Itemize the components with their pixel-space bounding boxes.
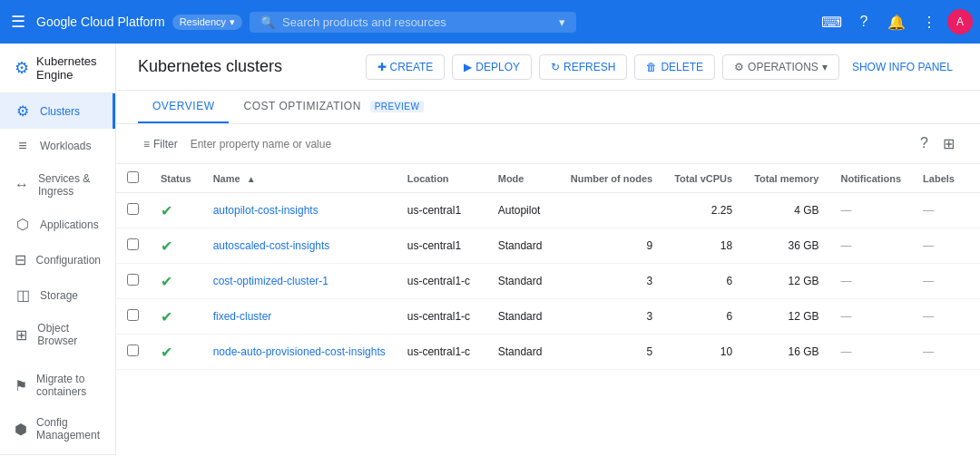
create-button[interactable]: ✚ CREATE bbox=[366, 54, 446, 80]
operations-button[interactable]: ⚙ OPERATIONS ▾ bbox=[722, 54, 839, 80]
row-status: ✔ bbox=[150, 299, 202, 335]
row-checkbox[interactable] bbox=[127, 274, 139, 286]
row-status: ✔ bbox=[150, 193, 202, 228]
avatar[interactable]: A bbox=[947, 9, 973, 34]
row-labels: — bbox=[912, 335, 966, 370]
filter-input[interactable] bbox=[191, 138, 909, 150]
row-actions[interactable]: ⋮ bbox=[966, 228, 980, 264]
row-vcpus: 6 bbox=[663, 299, 743, 335]
notifications-icon[interactable]: 🔔 bbox=[882, 7, 911, 36]
row-name[interactable]: autopilot-cost-insights bbox=[202, 193, 397, 228]
sidebar-item-storage[interactable]: ◫ Storage bbox=[0, 277, 115, 313]
sidebar-header: ⚙ Kubernetes Engine bbox=[0, 44, 115, 93]
row-labels: — bbox=[912, 299, 966, 335]
migrate-icon: ⚑ bbox=[15, 377, 27, 394]
select-all-header[interactable] bbox=[116, 164, 150, 193]
sidebar-item-label: Workloads bbox=[40, 140, 91, 152]
row-location: us-central1-c bbox=[397, 299, 487, 335]
operations-settings-icon: ⚙ bbox=[734, 61, 744, 73]
row-vcpus: 10 bbox=[663, 335, 743, 370]
row-labels: — bbox=[912, 228, 966, 264]
residency-badge[interactable]: Residency ▾ bbox=[172, 15, 242, 30]
row-checkbox[interactable] bbox=[127, 309, 139, 321]
filter-button[interactable]: ≡ Filter bbox=[138, 134, 183, 154]
refresh-button[interactable]: ↻ REFRESH bbox=[539, 54, 627, 80]
top-navigation: ☰ Google Cloud Platform Residency ▾ 🔍 ▾ … bbox=[0, 0, 980, 44]
delete-button[interactable]: 🗑 DELETE bbox=[634, 54, 715, 80]
row-actions[interactable]: ⋮ bbox=[966, 193, 980, 228]
row-memory: 36 GB bbox=[743, 228, 829, 264]
object-browser-icon: ⊞ bbox=[15, 326, 28, 344]
row-location: us-central1 bbox=[397, 228, 487, 264]
cloud-shell-icon[interactable]: ⌨ bbox=[817, 7, 846, 36]
sidebar-item-clusters[interactable]: ⚙ Clusters bbox=[0, 93, 115, 129]
sidebar-item-services[interactable]: ↔ Services & Ingress bbox=[0, 163, 115, 207]
row-location: us-central1-c bbox=[397, 335, 487, 370]
row-actions[interactable]: ⋮ bbox=[966, 335, 980, 370]
row-name[interactable]: autoscaled-cost-insights bbox=[202, 228, 397, 264]
sidebar-item-label: Clusters bbox=[40, 105, 80, 118]
row-checkbox-cell[interactable] bbox=[116, 299, 150, 335]
deploy-icon: ▶ bbox=[464, 61, 472, 73]
memory-column-header: Total memory bbox=[743, 164, 829, 193]
status-green-icon: ✔ bbox=[161, 203, 172, 218]
sidebar-item-migrate[interactable]: ⚑ Migrate to containers bbox=[0, 364, 115, 407]
row-name[interactable]: node-auto-provisioned-cost-insights bbox=[202, 335, 397, 370]
tab-overview[interactable]: OVERVIEW bbox=[138, 91, 229, 123]
row-labels: — bbox=[912, 193, 966, 228]
row-checkbox[interactable] bbox=[127, 203, 139, 215]
labels-column-header: Labels bbox=[912, 164, 966, 193]
tabs-bar: OVERVIEW COST OPTIMIZATION PREVIEW bbox=[116, 91, 980, 124]
search-expand-icon: ▾ bbox=[559, 15, 565, 29]
row-memory: 12 GB bbox=[743, 299, 829, 335]
row-name[interactable]: fixed-cluster bbox=[202, 299, 397, 335]
select-all-checkbox[interactable] bbox=[127, 171, 139, 183]
preview-badge: PREVIEW bbox=[370, 101, 425, 112]
filter-help-icon[interactable]: ? bbox=[916, 131, 932, 156]
search-input[interactable] bbox=[282, 15, 552, 29]
hamburger-menu-icon[interactable]: ☰ bbox=[7, 8, 29, 35]
row-checkbox[interactable] bbox=[127, 238, 139, 250]
help-icon[interactable]: ? bbox=[849, 7, 878, 36]
row-name[interactable]: cost-optimized-cluster-1 bbox=[202, 264, 397, 299]
applications-icon: ⬡ bbox=[15, 216, 31, 233]
settings-icon[interactable]: ⋮ bbox=[915, 7, 944, 36]
sidebar-item-applications[interactable]: ⬡ Applications bbox=[0, 207, 115, 242]
row-notifications: — bbox=[829, 193, 912, 228]
location-column-header: Location bbox=[397, 164, 487, 193]
search-bar[interactable]: 🔍 ▾ bbox=[250, 12, 576, 33]
row-mode: Standard bbox=[487, 264, 560, 299]
sidebar-item-config-mgmt[interactable]: ⬢ Config Management bbox=[0, 407, 115, 451]
tab-cost-optimization[interactable]: COST OPTIMIZATION PREVIEW bbox=[229, 91, 438, 123]
deploy-button[interactable]: ▶ DEPLOY bbox=[452, 54, 532, 80]
row-memory: 12 GB bbox=[743, 264, 829, 299]
nodes-column-header: Number of nodes bbox=[560, 164, 663, 193]
sidebar-item-label: Config Management bbox=[36, 416, 101, 441]
configuration-icon: ⊟ bbox=[15, 251, 27, 268]
residency-chevron-icon: ▾ bbox=[230, 16, 235, 28]
row-checkbox[interactable] bbox=[127, 344, 139, 356]
row-status: ✔ bbox=[150, 228, 202, 264]
row-mode: Standard bbox=[487, 335, 560, 370]
row-checkbox-cell[interactable] bbox=[116, 228, 150, 264]
sidebar-item-label: Applications bbox=[40, 218, 99, 231]
sidebar-header-title: Kubernetes Engine bbox=[36, 54, 101, 82]
storage-icon: ◫ bbox=[15, 286, 31, 304]
row-actions[interactable]: ⋮ bbox=[966, 299, 980, 335]
row-actions[interactable]: ⋮ bbox=[966, 264, 980, 299]
clusters-table: Status Name ▲ Location Mode Number of no… bbox=[116, 164, 980, 370]
name-column-header[interactable]: Name ▲ bbox=[202, 164, 397, 193]
row-checkbox-cell[interactable] bbox=[116, 264, 150, 299]
row-status: ✔ bbox=[150, 264, 202, 299]
sidebar-item-configuration[interactable]: ⊟ Configuration bbox=[0, 242, 115, 277]
mode-column-header: Mode bbox=[487, 164, 560, 193]
row-notifications: — bbox=[829, 299, 912, 335]
filter-columns-icon[interactable]: ⊞ bbox=[939, 131, 958, 156]
show-info-panel-button[interactable]: SHOW INFO PANEL bbox=[847, 55, 958, 79]
row-vcpus: 6 bbox=[663, 264, 743, 299]
row-checkbox-cell[interactable] bbox=[116, 193, 150, 228]
row-checkbox-cell[interactable] bbox=[116, 335, 150, 370]
sidebar-item-workloads[interactable]: ≡ Workloads bbox=[0, 129, 115, 163]
sidebar-item-label: Configuration bbox=[36, 254, 101, 267]
sidebar-item-object-browser[interactable]: ⊞ Object Browser bbox=[0, 313, 115, 356]
